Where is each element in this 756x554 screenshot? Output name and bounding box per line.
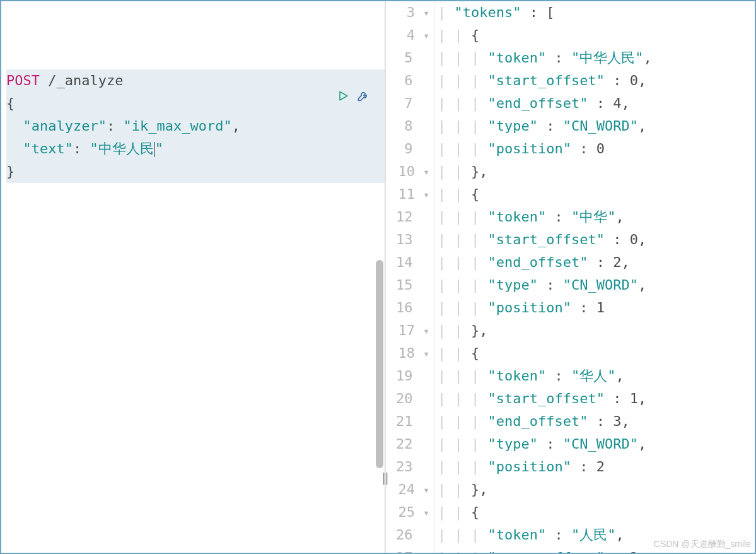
line-number: 22 [386,433,429,456]
response-line: | | | "start_offset" : 0, [438,228,755,251]
pane-splitter-handle[interactable]: ‖ [380,468,391,487]
play-icon[interactable] [337,90,349,102]
json-analyzer-line: "analyzer": "ik_max_word", [6,115,385,138]
line-number: 24 ▾ [386,478,429,501]
line-number: 19 [386,365,429,387]
response-line: | | }, [438,319,755,342]
response-line: | | | "type" : "CN_WORD", [438,274,755,297]
json-open-brace: { [6,92,385,115]
vertical-scrollbar[interactable] [376,260,383,468]
json-close-brace: } [6,160,385,183]
request-editor-pane[interactable]: POST /_analyze { "analyzer": "ik_max_wor… [1,1,386,553]
response-line: | | { [438,501,755,524]
line-number: 13 [386,228,429,251]
request-actions [337,88,371,103]
response-line: | "tokens" : [ [438,1,755,24]
line-number: 10 ▾ [386,160,429,183]
http-path: /_analyze [48,73,123,88]
line-number: 8 [386,115,429,138]
line-number: 20 [386,387,429,410]
line-number: 5 [386,47,429,69]
line-number: 4 ▾ [386,24,429,47]
response-line: | | }, [438,160,755,183]
line-number: 11 ▾ [386,183,429,206]
response-line: | | }, [438,478,755,501]
response-line: | | { [438,183,755,206]
line-number: 9 [386,138,429,160]
line-number: 17 ▾ [386,319,429,342]
request-code[interactable]: POST /_analyze { "analyzer": "ik_max_wor… [1,1,385,553]
response-line: | | | "position" : 0 [438,138,755,160]
watermark: CSDN @天道酬勤_smile [654,539,751,550]
response-line: | | { [438,24,755,47]
response-line: | | | "position" : 1 [438,297,755,319]
response-line: | | | "token" : "中华人民", [438,47,755,69]
response-line: | | | "type" : "CN_WORD", [438,115,755,138]
response-line: | | | "end_offset" : 3, [438,410,755,433]
line-number: 6 [386,69,429,92]
response-line: | | | "token" : "华人", [438,365,755,387]
response-line: | | | "position" : 2 [438,456,755,478]
response-line: | | | "token" : "中华", [438,206,755,228]
http-method: POST [6,73,40,88]
line-number: 7 [386,92,429,115]
line-number: 12 [386,206,429,228]
line-number: 25 ▾ [386,501,429,524]
line-number: 14 [386,251,429,274]
response-line: | | | "start_offset" : 1, [438,387,755,410]
line-number: 15 [386,274,429,297]
app-root: POST /_analyze { "analyzer": "ik_max_wor… [0,0,756,554]
line-number: 26 [386,524,429,546]
wrench-icon[interactable] [356,88,371,103]
response-viewer-pane[interactable]: 3 ▾4 ▾5 6 7 8 9 10 ▾11 ▾12 13 14 15 16 1… [386,1,755,553]
response-line: | | | "type" : "CN_WORD", [438,433,755,456]
line-number: 18 ▾ [386,342,429,365]
line-number: 27 [386,546,429,553]
response-line: | | | "end_offset" : 2, [438,251,755,274]
line-number: 23 [386,456,429,478]
response-code: | "tokens" : [| | {| | | "token" : "中华人民… [435,1,755,553]
response-line: | | | "end_offset" : 4, [438,92,755,115]
json-text-line: "text": "中华人民" [6,138,385,160]
line-number: 3 ▾ [386,1,429,24]
response-line: | | | "start_offset" : 0, [438,69,755,92]
response-line: | | { [438,342,755,365]
line-number: 16 [386,297,429,319]
request-line[interactable]: POST /_analyze [6,69,385,92]
line-number: 21 [386,410,429,433]
line-number-gutter: 3 ▾4 ▾5 6 7 8 9 10 ▾11 ▾12 13 14 15 16 1… [386,1,435,553]
